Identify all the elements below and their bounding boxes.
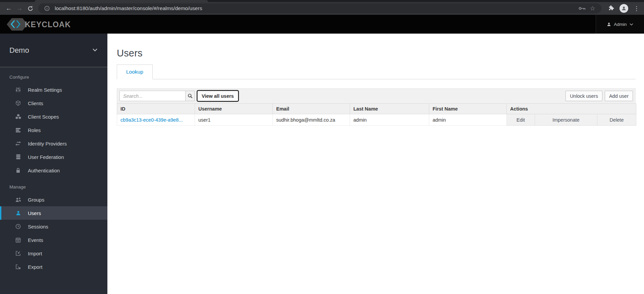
column-header-username: Username: [195, 104, 273, 114]
main-content: Users Lookup View all users Unlock users…: [107, 34, 644, 294]
browser-chrome: ← → localhost:8180/auth/admin/master/con…: [0, 0, 644, 15]
column-header-id: ID: [117, 104, 195, 114]
sidebar-nav-manage: Groups Users Sessions: [0, 193, 107, 274]
database-icon: [15, 154, 21, 160]
user-id-link[interactable]: cb9a3c13-ece0-439e-a9e8...: [120, 117, 183, 123]
sidebar-item-identity-providers[interactable]: Identity Providers: [0, 137, 107, 150]
url-text[interactable]: localhost:8180/auth/admin/master/console…: [55, 5, 577, 11]
sidebar-item-user-federation[interactable]: User Federation: [0, 150, 107, 164]
sidebar-item-label: Identity Providers: [28, 141, 67, 146]
calendar-icon: [15, 237, 21, 243]
tab-bar: Lookup: [117, 65, 636, 79]
tab-lookup[interactable]: Lookup: [117, 65, 153, 79]
add-user-button[interactable]: Add user: [605, 91, 633, 101]
key-icon[interactable]: [579, 6, 586, 10]
cell-last-name: admin: [350, 114, 429, 126]
sidebar-item-label: Roles: [28, 127, 41, 133]
page-title: Users: [117, 48, 636, 59]
cell-email: sudhir.bhoga@mmltd.co.za: [273, 114, 350, 126]
keycloak-logo-left-chevron-icon: [11, 20, 15, 28]
realm-caret-down-icon: [93, 48, 97, 51]
search-icon: [188, 93, 193, 98]
lock-icon: [15, 167, 21, 173]
sidebar-item-label: Client Scopes: [28, 114, 59, 120]
cell-username: user1: [195, 114, 273, 126]
sidebar-item-authentication[interactable]: Authentication: [0, 164, 107, 177]
admin-user-label: Admin: [614, 22, 627, 27]
back-icon[interactable]: ←: [3, 3, 14, 13]
profile-avatar-icon[interactable]: [620, 4, 628, 13]
users-table: ID Username Email Last Name First Name A…: [117, 103, 636, 126]
extensions-puzzle-icon[interactable]: [608, 5, 614, 11]
exchange-arrows-icon: [15, 140, 21, 146]
list-rows-icon: [15, 127, 21, 133]
info-icon[interactable]: [44, 6, 50, 11]
table-header-row: ID Username Email Last Name First Name A…: [117, 104, 636, 114]
sidebar-item-label: Export: [28, 264, 42, 270]
sidebar-item-label: Users: [28, 210, 41, 216]
person-icon: [15, 210, 21, 216]
cube-icon: [15, 100, 21, 106]
keycloak-logo: KEYCLOAK: [7, 17, 74, 31]
cell-first-name: admin: [429, 114, 507, 126]
sidebar-item-label: Realm Settings: [28, 87, 62, 93]
realm-selector[interactable]: Demo: [0, 34, 107, 67]
delete-action[interactable]: Delete: [597, 114, 636, 126]
sidebar-nav-configure: Realm Settings Clients Client Scopes: [0, 83, 107, 177]
toolbar-right-actions: Unlock users Add user: [565, 91, 633, 101]
clock-icon: [15, 223, 21, 229]
admin-person-icon: [607, 22, 611, 27]
people-icon: [15, 197, 21, 203]
arrow-into-box-icon: [15, 250, 21, 256]
column-header-actions: Actions: [507, 104, 636, 114]
arrow-out-of-box-icon: [15, 264, 21, 270]
forward-icon[interactable]: →: [14, 3, 25, 13]
sidebar-item-users[interactable]: Users: [0, 206, 107, 220]
search-button[interactable]: [185, 91, 195, 101]
sidebar-item-roles[interactable]: Roles: [0, 123, 107, 137]
browser-menu-icon[interactable]: ⋮: [634, 5, 639, 12]
sidebar-item-label: Events: [28, 237, 43, 243]
cubes-icon: [15, 114, 21, 120]
realm-name: Demo: [9, 46, 29, 55]
column-header-email: Email: [273, 104, 350, 114]
reload-icon[interactable]: [25, 3, 36, 13]
sidebar-item-export[interactable]: Export: [0, 260, 107, 274]
sidebar-item-label: Import: [28, 251, 42, 256]
bookmark-star-icon[interactable]: ☆: [590, 5, 595, 12]
sidebar-item-import[interactable]: Import: [0, 247, 107, 260]
keycloak-logo-right-chevron-icon: [16, 20, 20, 28]
sidebar-item-label: User Federation: [28, 154, 64, 160]
sidebar: Demo Configure Realm Settings Clients: [0, 34, 107, 294]
column-header-last-name: Last Name: [350, 104, 429, 114]
sidebar-item-label: Authentication: [28, 168, 60, 173]
browser-toolbar: ← → localhost:8180/auth/admin/master/con…: [0, 2, 644, 15]
impersonate-action[interactable]: Impersonate: [535, 114, 597, 126]
cell-id: cb9a3c13-ece0-439e-a9e8...: [117, 114, 195, 126]
users-toolbar: View all users Unlock users Add user: [117, 88, 636, 103]
admin-user-menu[interactable]: Admin: [596, 15, 644, 34]
sidebar-item-label: Clients: [28, 100, 43, 106]
search-input[interactable]: [119, 91, 186, 101]
sidebar-item-label: Sessions: [28, 224, 48, 229]
table-row: cb9a3c13-ece0-439e-a9e8... user1 sudhir.…: [117, 114, 636, 126]
view-all-users-button[interactable]: View all users: [197, 91, 238, 101]
sidebar-section-manage: Manage: [9, 184, 107, 190]
sidebar-item-sessions[interactable]: Sessions: [0, 220, 107, 233]
sidebar-item-client-scopes[interactable]: Client Scopes: [0, 110, 107, 123]
sidebar-item-clients[interactable]: Clients: [0, 96, 107, 110]
sliders-icon: [15, 87, 21, 93]
keycloak-header: KEYCLOAK Admin: [0, 15, 644, 34]
sidebar-item-realm-settings[interactable]: Realm Settings: [0, 83, 107, 96]
address-bar[interactable]: localhost:8180/auth/admin/master/console…: [38, 3, 601, 13]
sidebar-section-configure: Configure: [9, 75, 107, 80]
unlock-users-button[interactable]: Unlock users: [565, 91, 602, 101]
edit-action[interactable]: Edit: [507, 114, 535, 126]
sidebar-item-label: Groups: [28, 197, 44, 203]
keycloak-logo-text: KEYCLOAK: [25, 20, 71, 29]
column-header-first-name: First Name: [429, 104, 507, 114]
sidebar-item-groups[interactable]: Groups: [0, 193, 107, 206]
admin-caret-down-icon: [630, 23, 633, 26]
sidebar-item-events[interactable]: Events: [0, 233, 107, 247]
